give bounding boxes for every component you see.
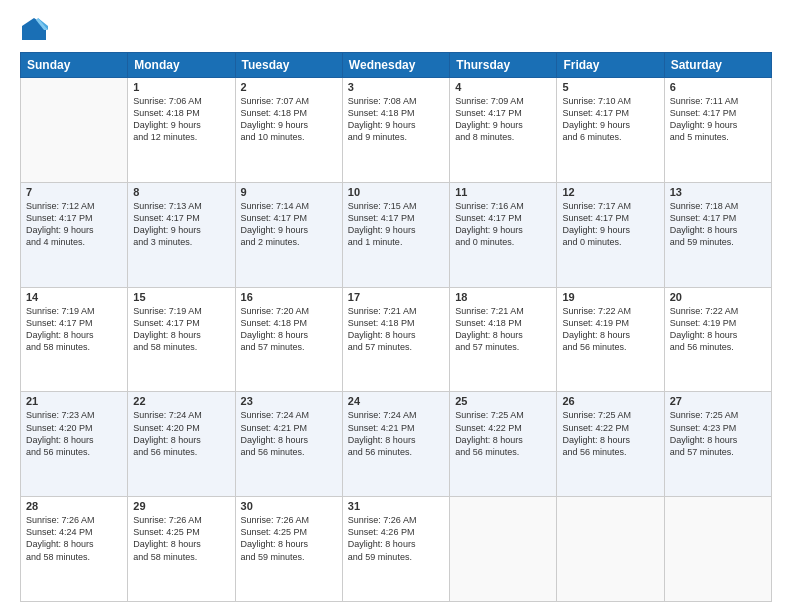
calendar-cell: 2Sunrise: 7:07 AM Sunset: 4:18 PM Daylig… [235, 78, 342, 183]
day-number: 10 [348, 186, 444, 198]
calendar-cell [450, 497, 557, 602]
day-number: 15 [133, 291, 229, 303]
day-number: 5 [562, 81, 658, 93]
day-info: Sunrise: 7:21 AM Sunset: 4:18 PM Dayligh… [455, 305, 551, 354]
day-number: 23 [241, 395, 337, 407]
day-number: 18 [455, 291, 551, 303]
day-info: Sunrise: 7:13 AM Sunset: 4:17 PM Dayligh… [133, 200, 229, 249]
day-number: 26 [562, 395, 658, 407]
day-number: 11 [455, 186, 551, 198]
day-info: Sunrise: 7:12 AM Sunset: 4:17 PM Dayligh… [26, 200, 122, 249]
day-number: 17 [348, 291, 444, 303]
calendar-cell: 19Sunrise: 7:22 AM Sunset: 4:19 PM Dayli… [557, 287, 664, 392]
day-info: Sunrise: 7:25 AM Sunset: 4:22 PM Dayligh… [455, 409, 551, 458]
day-info: Sunrise: 7:24 AM Sunset: 4:21 PM Dayligh… [348, 409, 444, 458]
calendar-cell: 15Sunrise: 7:19 AM Sunset: 4:17 PM Dayli… [128, 287, 235, 392]
day-info: Sunrise: 7:18 AM Sunset: 4:17 PM Dayligh… [670, 200, 766, 249]
calendar-cell [21, 78, 128, 183]
svg-marker-0 [22, 18, 46, 40]
calendar-cell: 27Sunrise: 7:25 AM Sunset: 4:23 PM Dayli… [664, 392, 771, 497]
day-info: Sunrise: 7:26 AM Sunset: 4:25 PM Dayligh… [241, 514, 337, 563]
calendar-cell: 5Sunrise: 7:10 AM Sunset: 4:17 PM Daylig… [557, 78, 664, 183]
calendar-cell: 7Sunrise: 7:12 AM Sunset: 4:17 PM Daylig… [21, 182, 128, 287]
calendar-week-row: 7Sunrise: 7:12 AM Sunset: 4:17 PM Daylig… [21, 182, 772, 287]
day-info: Sunrise: 7:10 AM Sunset: 4:17 PM Dayligh… [562, 95, 658, 144]
day-info: Sunrise: 7:06 AM Sunset: 4:18 PM Dayligh… [133, 95, 229, 144]
calendar-table: SundayMondayTuesdayWednesdayThursdayFrid… [20, 52, 772, 602]
day-info: Sunrise: 7:07 AM Sunset: 4:18 PM Dayligh… [241, 95, 337, 144]
day-number: 19 [562, 291, 658, 303]
calendar-cell: 23Sunrise: 7:24 AM Sunset: 4:21 PM Dayli… [235, 392, 342, 497]
day-info: Sunrise: 7:11 AM Sunset: 4:17 PM Dayligh… [670, 95, 766, 144]
day-number: 27 [670, 395, 766, 407]
day-number: 3 [348, 81, 444, 93]
calendar-cell: 29Sunrise: 7:26 AM Sunset: 4:25 PM Dayli… [128, 497, 235, 602]
day-info: Sunrise: 7:09 AM Sunset: 4:17 PM Dayligh… [455, 95, 551, 144]
calendar-cell: 6Sunrise: 7:11 AM Sunset: 4:17 PM Daylig… [664, 78, 771, 183]
day-number: 12 [562, 186, 658, 198]
calendar-cell: 14Sunrise: 7:19 AM Sunset: 4:17 PM Dayli… [21, 287, 128, 392]
calendar-cell: 24Sunrise: 7:24 AM Sunset: 4:21 PM Dayli… [342, 392, 449, 497]
weekday-header-tuesday: Tuesday [235, 53, 342, 78]
day-info: Sunrise: 7:23 AM Sunset: 4:20 PM Dayligh… [26, 409, 122, 458]
day-info: Sunrise: 7:22 AM Sunset: 4:19 PM Dayligh… [562, 305, 658, 354]
day-info: Sunrise: 7:25 AM Sunset: 4:23 PM Dayligh… [670, 409, 766, 458]
header [20, 16, 772, 44]
day-number: 28 [26, 500, 122, 512]
calendar-week-row: 14Sunrise: 7:19 AM Sunset: 4:17 PM Dayli… [21, 287, 772, 392]
day-number: 22 [133, 395, 229, 407]
calendar-cell: 4Sunrise: 7:09 AM Sunset: 4:17 PM Daylig… [450, 78, 557, 183]
day-number: 13 [670, 186, 766, 198]
day-number: 14 [26, 291, 122, 303]
logo [20, 16, 52, 44]
day-info: Sunrise: 7:22 AM Sunset: 4:19 PM Dayligh… [670, 305, 766, 354]
calendar-cell: 26Sunrise: 7:25 AM Sunset: 4:22 PM Dayli… [557, 392, 664, 497]
calendar-week-row: 28Sunrise: 7:26 AM Sunset: 4:24 PM Dayli… [21, 497, 772, 602]
weekday-header-sunday: Sunday [21, 53, 128, 78]
calendar-cell: 10Sunrise: 7:15 AM Sunset: 4:17 PM Dayli… [342, 182, 449, 287]
day-info: Sunrise: 7:26 AM Sunset: 4:25 PM Dayligh… [133, 514, 229, 563]
calendar-cell: 30Sunrise: 7:26 AM Sunset: 4:25 PM Dayli… [235, 497, 342, 602]
weekday-header-friday: Friday [557, 53, 664, 78]
calendar-cell: 12Sunrise: 7:17 AM Sunset: 4:17 PM Dayli… [557, 182, 664, 287]
logo-icon [20, 16, 48, 44]
day-number: 20 [670, 291, 766, 303]
day-info: Sunrise: 7:25 AM Sunset: 4:22 PM Dayligh… [562, 409, 658, 458]
calendar-week-row: 21Sunrise: 7:23 AM Sunset: 4:20 PM Dayli… [21, 392, 772, 497]
day-number: 8 [133, 186, 229, 198]
day-number: 21 [26, 395, 122, 407]
day-info: Sunrise: 7:26 AM Sunset: 4:24 PM Dayligh… [26, 514, 122, 563]
day-number: 6 [670, 81, 766, 93]
day-number: 25 [455, 395, 551, 407]
calendar-cell: 21Sunrise: 7:23 AM Sunset: 4:20 PM Dayli… [21, 392, 128, 497]
calendar-cell: 20Sunrise: 7:22 AM Sunset: 4:19 PM Dayli… [664, 287, 771, 392]
day-number: 9 [241, 186, 337, 198]
calendar-cell: 11Sunrise: 7:16 AM Sunset: 4:17 PM Dayli… [450, 182, 557, 287]
day-number: 4 [455, 81, 551, 93]
day-info: Sunrise: 7:21 AM Sunset: 4:18 PM Dayligh… [348, 305, 444, 354]
day-number: 24 [348, 395, 444, 407]
calendar-cell: 28Sunrise: 7:26 AM Sunset: 4:24 PM Dayli… [21, 497, 128, 602]
calendar-cell: 16Sunrise: 7:20 AM Sunset: 4:18 PM Dayli… [235, 287, 342, 392]
day-number: 1 [133, 81, 229, 93]
calendar-cell: 17Sunrise: 7:21 AM Sunset: 4:18 PM Dayli… [342, 287, 449, 392]
day-number: 2 [241, 81, 337, 93]
calendar-week-row: 1Sunrise: 7:06 AM Sunset: 4:18 PM Daylig… [21, 78, 772, 183]
calendar-cell: 31Sunrise: 7:26 AM Sunset: 4:26 PM Dayli… [342, 497, 449, 602]
calendar-cell: 22Sunrise: 7:24 AM Sunset: 4:20 PM Dayli… [128, 392, 235, 497]
day-info: Sunrise: 7:19 AM Sunset: 4:17 PM Dayligh… [133, 305, 229, 354]
day-info: Sunrise: 7:14 AM Sunset: 4:17 PM Dayligh… [241, 200, 337, 249]
day-number: 31 [348, 500, 444, 512]
page: SundayMondayTuesdayWednesdayThursdayFrid… [0, 0, 792, 612]
day-number: 16 [241, 291, 337, 303]
calendar-cell: 13Sunrise: 7:18 AM Sunset: 4:17 PM Dayli… [664, 182, 771, 287]
calendar-cell: 18Sunrise: 7:21 AM Sunset: 4:18 PM Dayli… [450, 287, 557, 392]
calendar-cell: 8Sunrise: 7:13 AM Sunset: 4:17 PM Daylig… [128, 182, 235, 287]
calendar-cell: 9Sunrise: 7:14 AM Sunset: 4:17 PM Daylig… [235, 182, 342, 287]
calendar-cell [557, 497, 664, 602]
day-number: 7 [26, 186, 122, 198]
calendar-cell [664, 497, 771, 602]
weekday-header-thursday: Thursday [450, 53, 557, 78]
day-info: Sunrise: 7:24 AM Sunset: 4:20 PM Dayligh… [133, 409, 229, 458]
weekday-header-saturday: Saturday [664, 53, 771, 78]
